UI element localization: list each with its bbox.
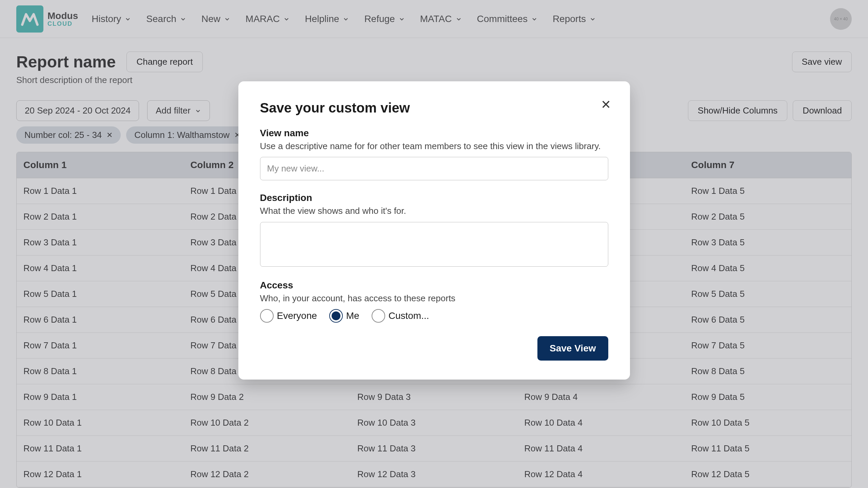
modal-title: Save your custom view [260, 100, 608, 116]
modal-overlay[interactable]: ✕ Save your custom view View name Use a … [0, 0, 868, 488]
access-radio-custom[interactable]: Custom... [372, 309, 429, 323]
radio-label: Custom... [389, 310, 429, 321]
save-view-submit-button[interactable]: Save View [537, 336, 608, 361]
access-radio-everyone[interactable]: Everyone [260, 309, 317, 323]
radio-icon [329, 309, 343, 323]
access-hint: Who, in your account, has access to thes… [260, 292, 608, 304]
modal-footer: Save View [260, 336, 608, 361]
description-hint: What the view shows and who it's for. [260, 205, 608, 217]
radio-label: Me [346, 310, 359, 321]
description-input[interactable] [260, 222, 608, 267]
description-label: Description [260, 192, 608, 203]
radio-icon [260, 309, 274, 323]
view-name-input[interactable] [260, 157, 608, 180]
close-icon[interactable]: ✕ [601, 98, 611, 112]
view-name-hint: Use a descriptive name for for other tea… [260, 140, 608, 152]
access-radio-me[interactable]: Me [329, 309, 359, 323]
access-label: Access [260, 280, 608, 291]
save-view-modal: ✕ Save your custom view View name Use a … [238, 81, 630, 380]
access-radio-group: Everyone Me Custom... [260, 309, 608, 323]
view-name-label: View name [260, 128, 608, 139]
radio-label: Everyone [277, 310, 317, 321]
radio-icon [372, 309, 385, 323]
